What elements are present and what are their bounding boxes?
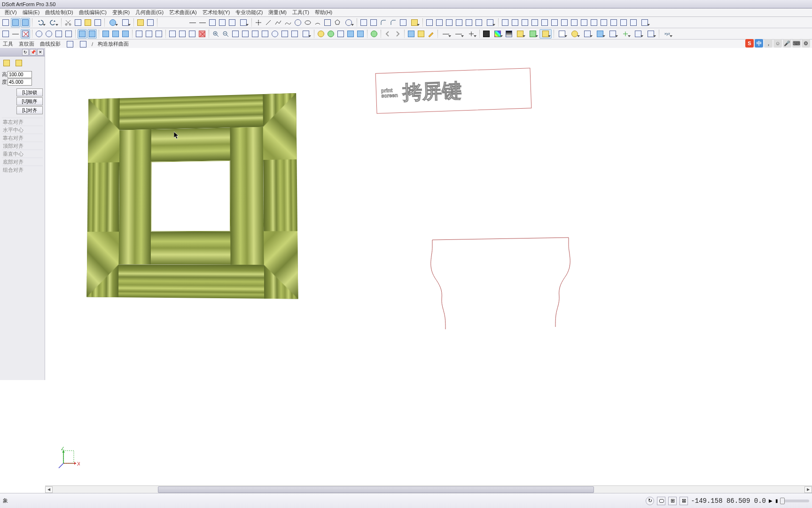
snap-grid-icon[interactable] (11, 29, 20, 39)
align-combine[interactable]: 组合对齐 (2, 166, 43, 174)
line-tool-icon[interactable] (264, 18, 273, 27)
bulb-icon[interactable] (569, 29, 581, 39)
horizontal-scrollbar[interactable]: ◀ ▶ (45, 485, 812, 493)
undo-icon[interactable] (34, 18, 47, 27)
polyline-tool-icon[interactable] (273, 18, 283, 27)
xyz-icon[interactable]: xyz (661, 29, 673, 39)
refresh-icon[interactable] (369, 29, 379, 39)
endcap-dropdown-icon[interactable] (465, 29, 477, 39)
brush-3-icon[interactable] (539, 29, 552, 39)
dim-2-icon[interactable] (198, 18, 207, 27)
viewport[interactable]: print screen 拷屏键 X Z (47, 48, 812, 484)
panel-tool-2-icon[interactable] (14, 58, 23, 68)
ellipse-tool-icon[interactable] (303, 18, 312, 27)
relief-icon[interactable] (406, 29, 416, 39)
dim-4-icon[interactable] (218, 18, 227, 27)
layer-3-icon[interactable] (520, 18, 530, 27)
profile-curves[interactable] (428, 235, 578, 339)
layer-2-icon[interactable] (510, 18, 520, 27)
array-3-icon[interactable] (445, 18, 454, 27)
pen-icon[interactable] (426, 29, 436, 39)
file-new-icon[interactable] (556, 29, 568, 39)
trim-icon[interactable] (359, 18, 368, 27)
layer-more-icon[interactable] (639, 18, 651, 27)
align-hcenter[interactable]: 水平中心 (2, 126, 43, 134)
zoom-out-icon[interactable] (221, 29, 230, 39)
layer-4-icon[interactable] (530, 18, 539, 27)
array-1-icon[interactable] (425, 18, 434, 27)
swatch-rainbow-icon[interactable] (492, 29, 504, 39)
snap-disable-icon[interactable] (21, 29, 30, 39)
menu-transform[interactable]: 变换(R) (109, 9, 133, 16)
input-angle[interactable] (8, 79, 32, 86)
panel-refresh-icon[interactable]: ↻ (22, 49, 29, 56)
arc-tool-icon[interactable] (313, 18, 322, 27)
settings-2-icon[interactable] (607, 29, 619, 39)
edit-scale-icon[interactable] (187, 29, 197, 39)
layer-6-icon[interactable] (550, 18, 559, 27)
pick-near-icon[interactable] (154, 29, 164, 39)
ime-keyboard-icon[interactable]: ⌨ (792, 39, 801, 48)
layer-5-icon[interactable] (540, 18, 549, 27)
swatch-gradient-icon[interactable] (504, 29, 514, 39)
edit-more-icon[interactable] (408, 18, 421, 27)
redo-icon[interactable] (47, 18, 59, 27)
panel-close-icon[interactable]: ✕ (37, 49, 44, 56)
menu-measure[interactable]: 测量(M) (265, 9, 289, 16)
pick-pt-icon[interactable] (134, 29, 144, 39)
snap-center-icon[interactable] (34, 29, 44, 39)
view-next-icon[interactable] (290, 29, 299, 39)
point-tool-icon[interactable] (254, 18, 263, 27)
render-3-icon[interactable] (356, 29, 365, 39)
hscroll-thumb[interactable] (158, 486, 594, 493)
zoom-slider[interactable] (781, 500, 809, 502)
btn-lock[interactable]: [L]加锁 (16, 88, 43, 96)
menu-art-surface[interactable]: 艺术曲面(A) (166, 9, 200, 16)
ime-mic-icon[interactable]: 🎤 (783, 39, 791, 48)
menu-professional[interactable]: 专业功能(Z) (233, 9, 265, 16)
status-screen-icon[interactable]: 🖵 (657, 497, 665, 505)
align-left[interactable]: 靠左对齐 (2, 118, 43, 126)
dim-1-icon[interactable] (188, 18, 197, 27)
snap-tan-icon[interactable] (64, 29, 73, 39)
polygon-tool-icon[interactable] (333, 18, 342, 27)
view-iso-2-icon[interactable] (111, 29, 120, 39)
menu-help[interactable]: 帮助(H) (312, 9, 335, 16)
dim-3-icon[interactable] (208, 18, 217, 27)
view-iso-1-icon[interactable] (101, 29, 110, 39)
align-top[interactable]: 顶部对齐 (2, 142, 43, 150)
pan-icon[interactable] (260, 29, 270, 39)
layer-1-icon[interactable] (500, 18, 510, 27)
zoom-extents-icon[interactable] (250, 29, 260, 39)
layer-11-icon[interactable] (599, 18, 609, 27)
menu-art-draw[interactable]: 艺术绘制(Y) (200, 9, 233, 16)
brush-1-icon[interactable] (514, 29, 526, 39)
settings-1-icon[interactable] (581, 29, 593, 39)
cut-icon[interactable] (63, 18, 73, 27)
menu-geometry-surface[interactable]: 几何曲面(G) (133, 9, 166, 16)
render-2-icon[interactable] (346, 29, 355, 39)
duplicate-icon[interactable] (93, 18, 102, 27)
nav-next-icon[interactable] (393, 29, 402, 39)
zoom-window-icon[interactable] (231, 29, 240, 39)
circle-tool-icon[interactable] (293, 18, 303, 27)
edit-move-icon[interactable] (168, 29, 177, 39)
snap-quad-icon[interactable] (44, 29, 54, 39)
angle-icon[interactable] (645, 29, 657, 39)
view-iso-3-icon[interactable] (121, 29, 130, 39)
view-mode-1-icon[interactable] (11, 18, 20, 27)
swatch-black-icon[interactable] (482, 29, 491, 39)
orbit-icon[interactable] (270, 29, 280, 39)
ime-settings-icon[interactable]: ⚙ (802, 39, 810, 48)
hscroll-left-icon[interactable]: ◀ (45, 486, 53, 493)
plus-icon[interactable] (619, 29, 632, 39)
menu-view[interactable]: 图(V) (2, 9, 20, 16)
array-4-icon[interactable] (454, 18, 464, 27)
layer-12-icon[interactable] (609, 18, 618, 27)
tab-curve-project[interactable]: 曲线投影 (39, 40, 62, 48)
picture-frame-model[interactable] (86, 93, 298, 299)
zoom-in-icon[interactable] (211, 29, 220, 39)
grid-show-icon[interactable] (78, 29, 87, 39)
slider-prev-icon[interactable]: ▶ (769, 498, 773, 503)
status-refresh-icon[interactable]: ↻ (646, 497, 654, 505)
